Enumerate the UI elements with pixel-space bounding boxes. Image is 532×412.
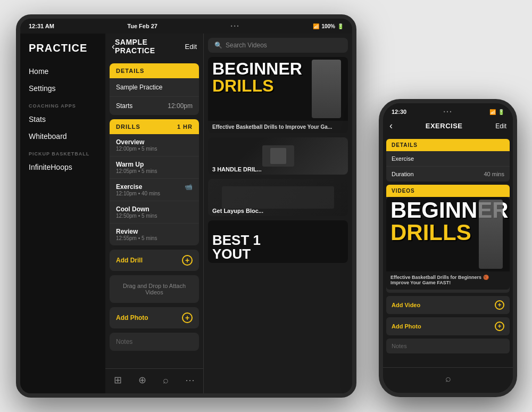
phone-player (479, 197, 505, 271)
tablet-date: Tue Feb 27 (127, 23, 157, 29)
phone-add-photo-icon: + (495, 322, 504, 331)
phone-title: EXERCISE (426, 122, 463, 130)
phone-detail-duration: Duration 40 mins (386, 167, 510, 182)
phone-video-thumb: BEGINNER DRILLS (386, 197, 510, 271)
video-card-handle[interactable]: 3 HANDLE DRIL... (208, 137, 348, 175)
phone-edit-button[interactable]: Edit (495, 122, 506, 130)
phone-status-bar: 12:30 ··· 📶 🔋 (383, 103, 513, 118)
video-thumb-beginner: BEGINNER DRILLS (208, 57, 348, 121)
video-title-line1: BEGINNER (212, 60, 302, 77)
video-camera-icon: 📹 (185, 183, 193, 191)
tablet-ellipsis: ··· (230, 22, 240, 30)
phone-status-icons: 📶 🔋 (489, 109, 504, 115)
detail-row-name: Sample Practice (110, 78, 199, 97)
layup-thumb-inner (222, 186, 334, 209)
layup-label: Get Layups Bloc... (212, 208, 263, 214)
details-header: DETAILS (110, 63, 199, 78)
battery-label: 100% (321, 23, 335, 29)
search-icon: 🔍 (214, 42, 222, 49)
grid-icon[interactable]: ⊞ (114, 374, 122, 386)
sidebar: PRACTICE Home Settings COACHING APPS Sta… (20, 34, 105, 393)
battery-icon: 🔋 (337, 23, 344, 29)
add-icon-bottom[interactable]: ⊕ (138, 374, 146, 386)
drill-cooldown[interactable]: Cool Down 12:50pm • 5 mins (110, 201, 199, 224)
main-title: SAMPLE PRACTICE (115, 38, 185, 55)
phone-details-header: DETAILS (386, 139, 510, 151)
drills-section: DRILLS 1 HR Overview 12:00pm • 5 mins (110, 119, 199, 245)
add-drill-icon: + (182, 255, 193, 266)
sidebar-item-whiteboard[interactable]: Whiteboard (20, 128, 105, 145)
sidebar-item-home[interactable]: Home (20, 63, 105, 80)
add-drill-button[interactable]: Add Drill + (110, 250, 199, 271)
phone-time: 12:30 (392, 109, 406, 115)
tablet-status-bar: 12:31 AM Tue Feb 27 ··· 📶 100% 🔋 (20, 19, 352, 34)
video-list: BEGINNER DRILLS Effective Basketball Dri… (204, 57, 352, 393)
tablet-time: 12:31 AM (29, 23, 54, 29)
video-card-best[interactable]: BEST 1 YOUT (208, 220, 348, 263)
best-youth-bg: BEST 1 YOUT (208, 220, 348, 263)
video-title-line2: DRILLS (212, 77, 302, 94)
right-video-panel: 🔍 Search Videos BEGINNER DRILLS (203, 34, 352, 393)
video-card-beginner[interactable]: BEGINNER DRILLS Effective Basketball Dri… (208, 57, 348, 133)
video-thumb-handle: 3 HANDLE DRIL... (208, 137, 348, 175)
edit-button[interactable]: Edit (185, 43, 197, 51)
details-body: Sample Practice Starts 12:00pm (110, 78, 199, 115)
sidebar-title: PRACTICE (20, 42, 105, 63)
drills-body: Overview 12:00pm • 5 mins Warm Up 12:05p… (110, 134, 199, 245)
drill-exercise[interactable]: Exercise 12:10pm • 40 mins 📹 (110, 179, 199, 201)
phone-notes-field[interactable]: Notes (386, 339, 510, 353)
search-input[interactable]: Search Videos (226, 42, 267, 49)
wifi-icon: 📶 (313, 23, 319, 29)
main-panel: ‹ SAMPLE PRACTICE Edit DETAILS Sample Pr… (105, 34, 203, 393)
video-thumb-layup: Get Layups Bloc... (208, 179, 348, 216)
phone-details-section: DETAILS Exercise Duration 40 mins (386, 139, 510, 182)
phone-video-caption: Effective Basketball Drills for Beginner… (386, 271, 510, 290)
tablet-bottom-bar: ⊞ ⊕ ⌕ ⋯ (105, 368, 203, 393)
search-bar[interactable]: 🔍 Search Videos (208, 38, 348, 53)
drill-review[interactable]: Review 12:55pm • 5 mins (110, 224, 199, 245)
video-caption-beginner: Effective Basketball Drills to Improve Y… (208, 121, 348, 133)
search-icon-bottom[interactable]: ⌕ (163, 375, 169, 386)
drag-drop-area[interactable]: Drag and Drop to Attach Videos (110, 275, 199, 303)
phone-search-icon[interactable]: ⌕ (445, 373, 451, 384)
phone-videos-body: BEGINNER DRILLS Effective Basketball Dri… (386, 197, 510, 293)
sidebar-item-settings[interactable]: Settings (20, 80, 105, 97)
tablet-status-icons: 📶 100% 🔋 (313, 23, 344, 29)
tablet: 12:31 AM Tue Feb 27 ··· 📶 100% 🔋 PRACTIC… (16, 14, 356, 398)
phone-bottom-bar: ⌕ (383, 367, 513, 393)
video-card-layup[interactable]: Get Layups Bloc... (208, 179, 348, 216)
add-photo-button[interactable]: Add Photo + (110, 307, 199, 328)
notes-field[interactable]: Notes (110, 333, 199, 351)
handle-thumb-inner (262, 145, 294, 167)
handle-drill-label: 3 HANDLE DRIL... (212, 166, 262, 172)
sidebar-section-pickup: PICKUP BASKETBALL (20, 145, 105, 159)
phone-header: ‹ EXERCISE Edit (383, 118, 513, 136)
add-photo-icon: + (182, 312, 193, 323)
main-header: ‹ SAMPLE PRACTICE Edit (105, 34, 203, 59)
main-scroll: DETAILS Sample Practice Starts 12:00pm (105, 59, 203, 368)
phone-add-video-icon: + (495, 300, 504, 310)
phone-player-silhouette (479, 200, 503, 269)
drill-warmup[interactable]: Warm Up 12:05pm • 5 mins (110, 156, 199, 179)
more-icon[interactable]: ⋯ (185, 374, 195, 386)
sidebar-item-infinitehoops[interactable]: InfiniteHoops (20, 159, 105, 176)
phone-add-video-button[interactable]: Add Video + (386, 296, 510, 314)
phone-video-card[interactable]: BEGINNER DRILLS Effective Basketball Dri… (386, 197, 510, 290)
phone-scroll: DETAILS Exercise Duration 40 mins VIDEOS… (383, 136, 513, 367)
phone-videos-section: VIDEOS BEGINNER DRILLS Effective Basketb… (386, 185, 510, 293)
video-thumb-best: BEST 1 YOUT (208, 220, 348, 263)
phone-back-button[interactable]: ‹ (389, 120, 393, 131)
sidebar-item-stats[interactable]: Stats (20, 111, 105, 128)
drill-overview[interactable]: Overview 12:00pm • 5 mins (110, 134, 199, 156)
phone: 12:30 ··· 📶 🔋 ‹ EXERCISE Edit DETAILS Ex… (379, 99, 517, 397)
handle-thumb-shape (270, 148, 286, 164)
phone-detail-exercise: Exercise (386, 151, 510, 167)
phone-add-photo-button[interactable]: Add Photo + (386, 317, 510, 335)
phone-videos-header: VIDEOS (386, 185, 510, 197)
detail-row-starts: Starts 12:00pm (110, 97, 199, 115)
drills-header: DRILLS 1 HR (110, 119, 199, 134)
best-youth-text: BEST 1 YOUT (212, 233, 261, 261)
phone-wifi-icon: 📶 (489, 109, 496, 115)
phone-battery-icon: 🔋 (498, 109, 504, 115)
handle-drill-content (262, 145, 294, 167)
